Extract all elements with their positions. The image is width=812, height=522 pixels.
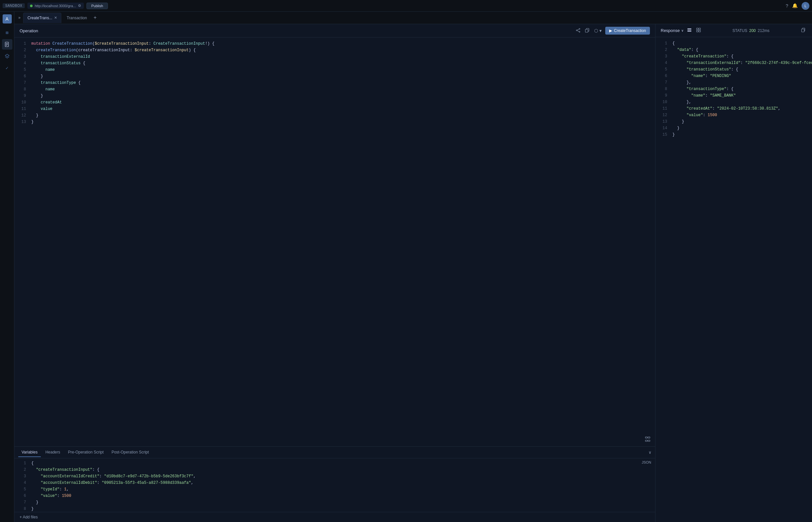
operation-editor[interactable]: 1 mutation CreateTransaction($createTran… [14,38,655,446]
resp-line-1: 1 { [655,41,812,48]
tab-createtransaction-close[interactable]: ✕ [54,16,57,20]
var-line-8: 8 } [14,507,655,512]
svg-marker-4 [5,54,9,57]
resp-line-11: 11 "createdAt": "2024-02-10T23:58:30.813… [655,106,812,113]
svg-rect-21 [696,31,698,32]
variables-panel: Variables Headers Pre-Operation Script P… [14,447,655,512]
response-list-view-button[interactable] [686,27,693,34]
response-header: Response ∨ STATUS 200 212ms [655,24,812,37]
var-line-4: 4 "accountExternalIdDebit": "0905213a-55… [14,481,655,487]
tab-pre-operation-script[interactable]: Pre-Operation Script [65,448,107,457]
svg-rect-11 [585,29,588,32]
bell-icon[interactable]: 🔔 [792,3,798,8]
response-chevron[interactable]: ∨ [681,29,684,32]
panels: Operation ⬡ ▾ ▶ CreateTransactio [14,24,812,522]
view-toggle-button[interactable]: ⬡ ▾ [593,27,603,34]
code-line-12: 12 } [14,113,655,120]
svg-line-9 [577,31,579,32]
publish-button[interactable]: Publish [86,3,108,9]
response-copy-button[interactable] [800,27,807,34]
resp-line-15: 15 } [655,133,812,139]
tab-transaction[interactable]: Transaction [63,13,91,23]
variables-editor[interactable]: JSON 1 { 2 "createTransactionInput": { 3… [14,458,655,512]
response-label: Response [661,28,680,33]
avatar[interactable]: L [801,2,809,10]
svg-rect-20 [699,28,701,30]
code-line-3: 3 transactionExternalId [14,55,655,61]
run-button[interactable]: ▶ CreateTransaction [605,27,650,35]
add-tab-button[interactable]: + [92,15,98,21]
response-title: Response ∨ [661,28,684,33]
operation-actions: ⬡ ▾ ▶ CreateTransaction [575,27,650,35]
run-label: CreateTransaction [614,28,646,33]
topbar-right: ? 🔔 L [786,2,809,10]
sidebar-icon-document[interactable] [2,39,13,49]
tab-createtransaction[interactable]: CreateTrans... ✕ [23,13,61,23]
var-line-1: 1 { [14,461,655,467]
tab-createtransaction-label: CreateTrans... [27,16,52,20]
var-line-3: 3 "accountExternalIdCredit": "d10bd8c7-e… [14,474,655,481]
var-line-6: 6 "value": 1500 [14,494,655,500]
resp-line-5: 5 "transactionStatus": { [655,67,812,74]
code-line-5: 5 name [14,67,655,74]
resp-line-4: 4 "transactionExternalId": "2f660c32-274… [655,61,812,67]
tab-variables[interactable]: Variables [18,448,41,457]
sidebar-icon-check[interactable]: ✓ [2,63,13,73]
resp-line-7: 7 }, [655,80,812,87]
settings-icon[interactable]: ⚙ [78,4,81,8]
variables-tabs: Variables Headers Pre-Operation Script P… [14,447,655,458]
share-button[interactable] [575,27,581,35]
copy-button[interactable] [584,27,590,35]
resp-line-9: 9 "name": "SAME_BANK" [655,93,812,100]
operation-panel: Operation ⬡ ▾ ▶ CreateTransactio [14,24,655,447]
variables-collapse-button[interactable]: ∨ [649,450,651,455]
url-status-dot [30,4,33,7]
response-grid-view-button[interactable] [695,27,702,34]
sandbox-badge: SANDBOX [3,3,25,8]
operation-header: Operation ⬡ ▾ ▶ CreateTransactio [14,24,655,38]
code-line-1: 1 mutation CreateTransaction($createTran… [14,41,655,48]
code-line-10: 10 createdAt [14,100,655,107]
help-icon[interactable]: ? [786,3,788,8]
svg-point-6 [576,30,577,31]
svg-rect-24 [801,29,804,32]
tab-headers[interactable]: Headers [42,448,63,457]
sidebar-icon-layers[interactable] [2,51,13,61]
left-panel: Operation ⬡ ▾ ▶ CreateTransactio [14,24,655,522]
svg-rect-18 [687,31,691,32]
svg-line-8 [577,29,579,30]
code-line-6: 6 } [14,74,655,81]
expand-editor-button[interactable] [644,436,651,444]
resp-line-8: 8 "transactionType": { [655,87,812,93]
svg-rect-16 [687,28,691,29]
app-layout: A ⊞ ✓ » CreateTrans... ✕ [0,12,812,522]
svg-point-7 [579,31,580,32]
response-body: 1 { 2 "data": { 3 "createTransaction": {… [655,37,812,522]
var-line-2: 2 "createTransactionInput": { [14,467,655,474]
svg-rect-17 [687,30,691,31]
code-line-2: 2 createTransaction(createTransactionInp… [14,48,655,55]
var-line-5: 5 "typeId": 1, [14,487,655,494]
resp-line-10: 10 }, [655,100,812,106]
code-line-8: 8 name [14,87,655,94]
tab-post-operation-script[interactable]: Post-Operation Script [108,448,152,457]
status-time: 212ms [758,28,770,33]
sidebar-icon-grid[interactable]: ⊞ [2,27,13,38]
right-panel: Response ∨ STATUS 200 212ms [655,24,812,522]
collapse-tabs-button[interactable]: » [17,14,22,22]
resp-line-3: 3 "createTransaction": { [655,54,812,61]
add-files-bar[interactable]: + Add files [14,512,655,522]
code-line-7: 7 transactionType { [14,81,655,87]
topbar: SANDBOX http://localhost:3000/gra... ⚙ P… [0,0,812,12]
var-line-7: 7 } [14,500,655,507]
code-line-13: 13 } [14,120,655,126]
svg-rect-13 [648,437,650,438]
svg-rect-15 [648,440,650,441]
json-label: JSON [642,460,651,464]
resp-line-6: 6 "name": "PENDING" [655,74,812,80]
status-label-text: STATUS [732,28,747,33]
app-logo: A [3,14,12,23]
svg-point-5 [579,28,580,29]
url-bar[interactable]: http://localhost:3000/gra... ⚙ [27,3,84,9]
svg-rect-22 [699,31,701,32]
